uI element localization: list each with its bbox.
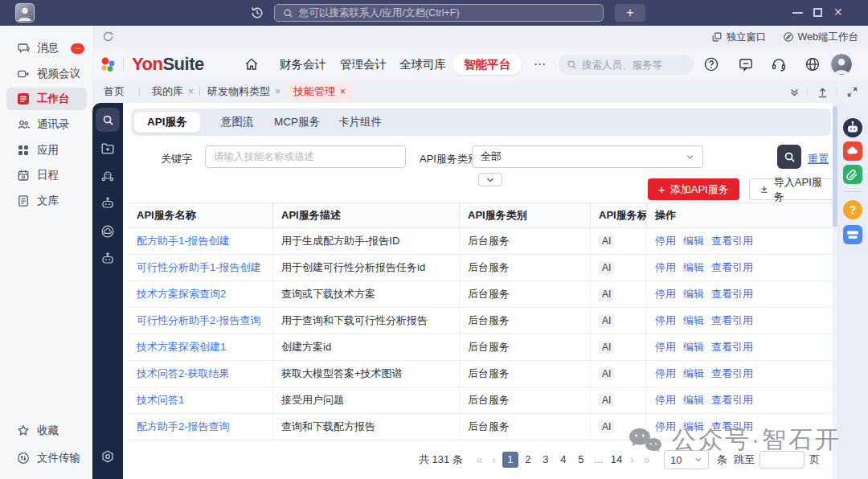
- page-number-button[interactable]: 2: [520, 452, 536, 468]
- upload-tab-icon[interactable]: [817, 86, 829, 98]
- row-action-disable[interactable]: 停用: [655, 234, 676, 248]
- prev-page-button[interactable]: ‹: [487, 453, 502, 466]
- category-select[interactable]: 全部: [472, 145, 703, 168]
- suite-search-input[interactable]: [582, 59, 711, 71]
- tab-card-component[interactable]: 卡片组件: [326, 112, 395, 133]
- sidebar-item-contacts[interactable]: 通讯录: [6, 113, 87, 136]
- row-action-disable[interactable]: 停用: [655, 260, 676, 275]
- service-name-link[interactable]: 可行性分析助手1-报告创建: [137, 260, 261, 275]
- settings-gear-icon[interactable]: [100, 449, 115, 464]
- close-button[interactable]: ✕: [833, 6, 843, 18]
- collapse-filter-button[interactable]: [478, 173, 502, 186]
- sidebar-item-library[interactable]: 文库: [6, 190, 87, 212]
- attachment-app-icon[interactable]: [843, 165, 862, 184]
- independent-window-link[interactable]: 独立窗口: [711, 31, 767, 44]
- row-action-view-references[interactable]: 查看引用: [711, 313, 753, 328]
- favorite-folder-icon[interactable]: [100, 141, 115, 156]
- page-size-select[interactable]: 10: [664, 450, 709, 469]
- web-workbench-link[interactable]: Web端工作台: [783, 31, 858, 44]
- history-icon[interactable]: [250, 6, 264, 20]
- service-name-link[interactable]: 配方助手1-报告创建: [137, 234, 230, 248]
- page-number-button[interactable]: ...: [591, 452, 607, 468]
- row-action-view-references[interactable]: 查看引用: [711, 234, 753, 248]
- tab-home[interactable]: 首页: [104, 80, 125, 103]
- tab-rd-material-type[interactable]: 研发物料类型 ×: [207, 80, 280, 103]
- row-action-edit[interactable]: 编辑: [683, 234, 704, 248]
- robot-icon-2[interactable]: [100, 252, 115, 266]
- yonyou-app-icon[interactable]: [843, 141, 862, 161]
- new-tab-button[interactable]: +: [615, 4, 645, 22]
- row-action-disable[interactable]: 停用: [655, 340, 676, 354]
- service-name-link[interactable]: 技术问答2-获取结果: [137, 366, 230, 381]
- tab-mcp-service[interactable]: MCP服务: [261, 112, 333, 133]
- close-icon[interactable]: ×: [275, 86, 280, 97]
- next-page-button[interactable]: ›: [625, 453, 640, 466]
- headset-icon[interactable]: [771, 56, 787, 72]
- nav-more-button[interactable]: ⋯: [534, 48, 547, 80]
- nav-item-ai-platform[interactable]: 智能平台: [452, 54, 522, 75]
- sidebar-item-video-meeting[interactable]: 视频会议: [6, 63, 87, 85]
- page-number-button[interactable]: 3: [538, 452, 554, 468]
- sidebar-item-favorites[interactable]: 收藏: [6, 420, 87, 442]
- row-action-view-references[interactable]: 查看引用: [711, 420, 753, 434]
- row-action-edit[interactable]: 编辑: [683, 420, 704, 434]
- reset-link[interactable]: 重置: [808, 152, 829, 166]
- row-action-disable[interactable]: 停用: [655, 420, 676, 434]
- row-action-view-references[interactable]: 查看引用: [711, 287, 753, 301]
- feedback-icon[interactable]: [738, 56, 754, 72]
- tab-skill-management[interactable]: 技能管理 ×: [285, 83, 354, 100]
- row-action-disable[interactable]: 停用: [655, 393, 676, 407]
- service-name-link[interactable]: 配方助手2-报告查询: [137, 420, 230, 434]
- sidebar-item-schedule[interactable]: 日程: [6, 164, 87, 186]
- maximize-button[interactable]: [813, 8, 822, 17]
- page-number-button[interactable]: 5: [573, 452, 589, 468]
- close-icon[interactable]: ×: [188, 86, 194, 97]
- archive-app-icon[interactable]: [843, 225, 862, 244]
- sidebar-item-apps[interactable]: 应用: [6, 139, 87, 162]
- add-api-service-button[interactable]: + 添加API服务: [648, 178, 739, 200]
- home-icon[interactable]: [244, 56, 260, 72]
- jump-page-input[interactable]: [760, 451, 805, 469]
- minimize-button[interactable]: [792, 12, 803, 14]
- service-name-link[interactable]: 技术问答1: [137, 393, 184, 407]
- close-icon[interactable]: ×: [340, 86, 346, 97]
- page-number-button[interactable]: 4: [555, 452, 571, 468]
- ai-assistant-icon[interactable]: [843, 118, 862, 137]
- sidebar-item-workbench[interactable]: 工作台: [6, 88, 87, 110]
- cloud-sync-icon[interactable]: [100, 224, 115, 239]
- user-avatar[interactable]: [15, 3, 35, 23]
- nav-item-financial-accounting[interactable]: 财务会计: [280, 48, 326, 80]
- sidebar-item-messages[interactable]: 消息 ⋯: [6, 37, 87, 59]
- expand-icon[interactable]: [846, 86, 858, 98]
- sidebar-item-file-transfer[interactable]: 文件传输: [6, 447, 87, 469]
- nav-item-management-accounting[interactable]: 管理会计: [340, 48, 387, 80]
- service-name-link[interactable]: 技术方案探索创建1: [137, 340, 226, 354]
- row-action-edit[interactable]: 编辑: [683, 393, 704, 407]
- first-page-button[interactable]: «: [473, 453, 487, 466]
- filter-search-button[interactable]: [777, 145, 801, 169]
- globe-icon[interactable]: [805, 56, 821, 72]
- row-action-view-references[interactable]: 查看引用: [711, 393, 753, 407]
- suite-search[interactable]: [559, 55, 694, 75]
- row-action-disable[interactable]: 停用: [655, 287, 676, 301]
- service-name-link[interactable]: 技术方案探索查询2: [137, 287, 226, 301]
- refresh-icon[interactable]: [102, 31, 114, 43]
- row-action-view-references[interactable]: 查看引用: [711, 366, 753, 381]
- row-action-edit[interactable]: 编辑: [683, 313, 704, 328]
- row-action-edit[interactable]: 编辑: [683, 366, 704, 381]
- tab-list-chevron-icon[interactable]: [788, 86, 800, 98]
- help-badge-icon[interactable]: ?: [843, 200, 862, 219]
- agent-group-icon[interactable]: [100, 169, 115, 183]
- global-search[interactable]: [274, 4, 604, 22]
- row-action-disable[interactable]: 停用: [655, 366, 676, 381]
- row-action-disable[interactable]: 停用: [655, 313, 676, 328]
- row-action-edit[interactable]: 编辑: [683, 260, 704, 275]
- tab-intent-flow[interactable]: 意图流: [208, 112, 267, 133]
- help-icon[interactable]: [703, 56, 719, 72]
- tab-api-service[interactable]: API服务: [134, 112, 200, 133]
- robot-icon[interactable]: [100, 196, 115, 211]
- rail-search-button[interactable]: [96, 108, 120, 132]
- service-name-link[interactable]: 可行性分析助手2-报告查询: [137, 313, 261, 328]
- nav-item-global-treasury[interactable]: 全球司库: [399, 48, 446, 80]
- keyword-input[interactable]: [205, 145, 406, 168]
